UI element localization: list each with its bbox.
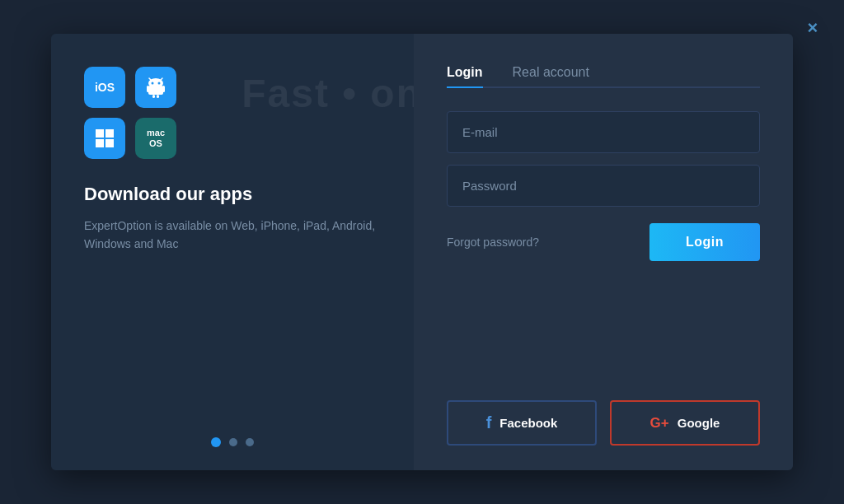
download-title: Download our apps (84, 184, 252, 205)
svg-rect-13 (106, 139, 114, 147)
dot-3[interactable] (246, 438, 254, 446)
svg-point-3 (158, 82, 161, 85)
windows-icon (84, 118, 125, 159)
right-panel: Login Real account Forgot password? Logi… (414, 34, 793, 470)
carousel-dots (211, 437, 254, 447)
login-button[interactable]: Login (649, 223, 760, 261)
facebook-label: Facebook (499, 416, 557, 430)
social-buttons-row: f Facebook G+ Google (447, 400, 760, 446)
tab-bar: Login Real account (447, 58, 760, 88)
watermark-text: Fast • on (241, 71, 414, 116)
google-login-button[interactable]: G+ Google (610, 400, 760, 446)
svg-point-2 (152, 82, 154, 85)
svg-rect-11 (106, 129, 114, 138)
facebook-login-button[interactable]: f Facebook (447, 400, 597, 446)
facebook-icon: f (486, 413, 492, 432)
svg-rect-8 (152, 95, 155, 98)
android-icon (135, 67, 176, 108)
google-plus-icon: G+ (650, 415, 669, 432)
svg-rect-9 (157, 95, 159, 98)
dot-1[interactable] (211, 437, 221, 447)
svg-line-5 (160, 78, 162, 81)
forgot-login-row: Forgot password? Login (447, 223, 760, 261)
tab-login[interactable]: Login (447, 58, 483, 88)
svg-rect-1 (148, 86, 163, 95)
svg-line-4 (149, 78, 152, 81)
svg-rect-6 (147, 86, 149, 92)
app-icons-grid: iOS (84, 67, 176, 159)
svg-rect-10 (96, 129, 104, 138)
svg-rect-7 (162, 86, 165, 92)
forgot-password-link[interactable]: Forgot password? (447, 236, 539, 249)
left-panel: iOS (51, 34, 414, 470)
macos-icon: macOS (135, 118, 176, 159)
tab-real-account[interactable]: Real account (513, 58, 589, 88)
svg-rect-12 (96, 139, 104, 147)
email-input[interactable] (447, 111, 760, 153)
modal-container: iOS (51, 34, 793, 470)
close-button[interactable]: × (799, 15, 826, 41)
password-input[interactable] (447, 165, 760, 207)
ios-icon: iOS (84, 67, 125, 108)
dot-2[interactable] (229, 438, 237, 446)
google-label: Google (678, 416, 720, 430)
download-description: ExpertOption is available on Web, iPhone… (84, 217, 381, 254)
